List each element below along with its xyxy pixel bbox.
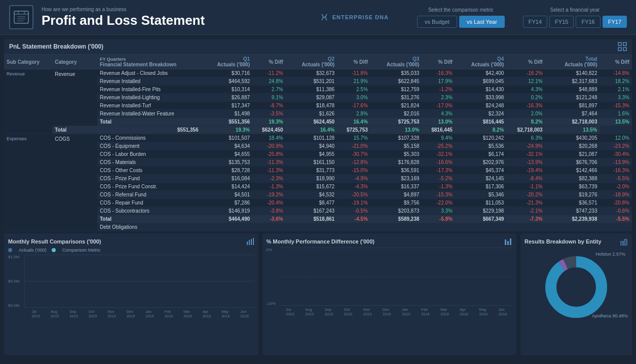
expand-icon[interactable] (618, 42, 627, 51)
svg-rect-10 (618, 48, 621, 51)
table-row: Debt Obligations (4, 223, 632, 231)
performance-chart-panel: % Monthly Performance Difference ('000) … (263, 233, 517, 355)
fy15-button[interactable]: FY15 (549, 16, 574, 28)
metric-buttons: vs Budget vs Last Year (417, 16, 505, 28)
table-header-bar: PnL Statement Breakdown ('000) (4, 39, 632, 55)
header-title-block: How are we performing as a business Prof… (42, 7, 311, 28)
svg-rect-21 (622, 242, 623, 244)
svg-rect-9 (623, 43, 626, 46)
table-row: Expenses COGS COS - Commissions $101,507… (4, 134, 632, 142)
subcategory-revenue: Revenue (4, 69, 52, 134)
table-row: Revenue Installed-Lighting $26,887 9.1% … (4, 94, 632, 102)
perf-x-axis: Jul2015 Aug2015 Sep2015 Oct2015 Nov2015 … (281, 307, 513, 316)
col-q3-actuals: Q3Actuals ('000) (370, 55, 422, 69)
table-row-subtotal: Total $551,356 19.3% $624,450 16.4% $725… (4, 118, 632, 126)
header: How are we performing as a business Prof… (0, 0, 636, 35)
vs-budget-button[interactable]: vs Budget (417, 16, 457, 28)
perf-chart (281, 248, 513, 306)
col-q2-diff: % Diff (337, 55, 370, 69)
svg-rect-18 (510, 238, 511, 245)
chart-icon (246, 237, 254, 246)
fy16-button[interactable]: FY16 (576, 16, 600, 28)
table-row: Revenue Revenue Revenue Adjust - Closed … (4, 69, 632, 77)
entity-legend-holston: Holston 2.57% (595, 252, 625, 257)
main-content: PnL Statement Breakdown ('000) Sub Categ… (0, 35, 636, 359)
category-cogs: COGS (52, 134, 97, 231)
bar-chart-icon (504, 237, 512, 246)
entity-legend-apotheca: Apotheca 90.48% (592, 313, 628, 318)
subcategory-expenses: Expenses (4, 134, 52, 231)
perf-y-axis: 0% -10% (267, 248, 281, 306)
chart-legend: Actuals ('000) Comparison Metric (8, 248, 254, 253)
fy17-button[interactable]: FY17 (603, 16, 627, 28)
svg-point-7 (323, 17, 325, 18)
table-row: COS - Repair Fund $7,286 -20.4% $8,477 -… (4, 199, 632, 207)
metric-selector: Select the comparison metric vs Budget v… (417, 7, 505, 28)
col-total-actuals: TotalActuals ('000) (545, 55, 600, 69)
svg-rect-8 (618, 43, 621, 46)
svg-rect-13 (249, 240, 250, 245)
performance-chart-area: 0% -10% (267, 248, 513, 306)
y-axis: $1.0M $0.5M $0.0M (8, 255, 24, 308)
col-q4-actuals: Q4Actuals ('000) (455, 55, 507, 69)
table-row-total: Total $464,490 -3.6% $518,861 -4.5% $589… (4, 215, 632, 223)
svg-rect-16 (505, 239, 506, 245)
monthly-chart-title: Monthly Result Comparisons ('000) (8, 237, 254, 246)
building-icon (620, 237, 628, 246)
category-debt: Debt Obligations (97, 223, 201, 231)
svg-rect-0 (14, 11, 28, 23)
svg-rect-12 (247, 241, 248, 245)
table-row: COS - Equipment $4,634 -20.9% $4,940 -21… (4, 142, 632, 150)
year-label: Select a financial year (550, 7, 600, 13)
vs-last-year-button[interactable]: vs Last Year (459, 16, 505, 28)
col-q1-actuals: Q1Actuals ('000) (201, 55, 253, 69)
table-row: Revenue Installed-Turf $17,347 -8.7% $18… (4, 102, 632, 110)
table-row: COS - Labor Burden $4,655 -25.8% $4,955 … (4, 150, 632, 158)
table-wrapper: Sub Category Category FY QuartersFinanci… (4, 55, 632, 231)
logo (9, 5, 33, 29)
svg-rect-14 (251, 239, 252, 245)
legend-actuals-dot (8, 248, 12, 252)
col-q4-diff: % Diff (506, 55, 545, 69)
brand-name: ENTERPRISE DNA (332, 14, 389, 20)
category-revenue: Revenue (52, 69, 97, 126)
table-row: Revenue Installed-Water Feature $1,498 -… (4, 110, 632, 118)
chart-bars (24, 255, 254, 308)
year-selector: Select a financial year FY14 FY15 FY16 F… (523, 7, 627, 28)
header-title: Profit and Loss Statement (42, 13, 311, 28)
col-q1-diff: % Diff (252, 55, 286, 69)
table-section: PnL Statement Breakdown ('000) Sub Categ… (4, 39, 632, 231)
svg-rect-11 (623, 48, 626, 51)
table-row: COS - Other Costs $28,728 -11.3% $31,773… (4, 167, 632, 175)
table-row: COS - Prize Fund Constr. $14,424 -1.3% $… (4, 183, 632, 191)
brand-logo: ENTERPRISE DNA (319, 13, 389, 21)
entity-chart-panel: Results Breakdown by Entity (520, 233, 632, 355)
svg-point-25 (551, 262, 602, 312)
monthly-chart-area: $1.0M $0.5M $0.0M (8, 255, 254, 308)
year-buttons: FY14 FY15 FY16 FY17 (523, 16, 627, 28)
x-axis-labels: Jul2015 Aug2015 Sep2015 Oct2015 Nov2015 … (26, 309, 254, 318)
col-q2-actuals: Q2Actuals ('000) (286, 55, 338, 69)
col-breakdown: FY QuartersFinancial Statement Breakdown (97, 55, 201, 69)
svg-rect-17 (507, 241, 509, 245)
table-row-total: Total $551,356 19.3% $624,450 16.4% $725… (4, 126, 632, 134)
metric-label: Select the comparison metric (428, 7, 494, 13)
svg-rect-23 (625, 242, 626, 244)
legend-comparison-dot (52, 248, 56, 252)
table-row: Revenue Installed-Fire Pits $10,314 2.7%… (4, 86, 632, 94)
svg-rect-15 (253, 238, 254, 245)
performance-chart-title: % Monthly Performance Difference ('000) (267, 237, 513, 246)
entity-chart-title: Results Breakdown by Entity (525, 237, 628, 246)
col-subcategory: Sub Category (4, 55, 52, 69)
table-row: COS - Prize Fund $16,084 -2.3% $18,990 -… (4, 175, 632, 183)
table-row: COS - Materials $135,753 -11.3% $161,150… (4, 158, 632, 167)
col-total-diff: % Diff (600, 55, 632, 69)
table-title: PnL Statement Breakdown ('000) (9, 43, 103, 50)
col-category: Category (52, 55, 97, 69)
svg-rect-22 (625, 240, 626, 241)
donut-svg (536, 249, 617, 320)
col-q3-diff: % Diff (422, 55, 455, 69)
svg-rect-20 (624, 239, 627, 245)
donut-chart: Holston 2.57% Apotheca 90.48% (525, 248, 628, 321)
fy14-button[interactable]: FY14 (523, 16, 547, 28)
